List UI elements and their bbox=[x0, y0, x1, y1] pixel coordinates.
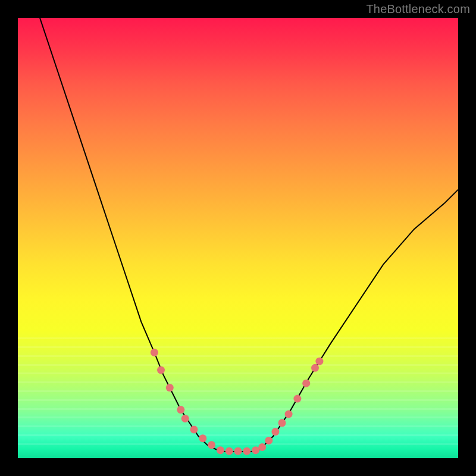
data-dot bbox=[151, 349, 158, 356]
data-dot bbox=[181, 415, 189, 422]
bottleneck-curve bbox=[40, 18, 458, 452]
data-dot bbox=[285, 411, 293, 418]
watermark-text: TheBottleneck.com bbox=[366, 2, 470, 16]
data-dot bbox=[278, 419, 286, 427]
data-dot bbox=[208, 441, 215, 449]
data-dot bbox=[315, 358, 323, 365]
plot-area bbox=[18, 18, 458, 458]
data-dot bbox=[258, 443, 266, 451]
data-dot bbox=[199, 434, 206, 442]
data-dot bbox=[177, 406, 184, 414]
outer-frame: TheBottleneck.com bbox=[0, 0, 476, 476]
data-dot bbox=[252, 446, 259, 454]
data-dot bbox=[226, 447, 233, 455]
data-dot bbox=[311, 364, 319, 372]
data-dot bbox=[157, 367, 165, 374]
data-dot bbox=[234, 447, 242, 455]
curve-svg bbox=[18, 18, 458, 458]
data-dot bbox=[265, 437, 273, 444]
data-dot bbox=[166, 384, 174, 392]
data-dot bbox=[243, 447, 250, 455]
data-dot bbox=[302, 380, 310, 387]
data-dot bbox=[293, 395, 301, 403]
data-dot bbox=[217, 446, 224, 454]
data-dot bbox=[190, 425, 198, 433]
data-dot bbox=[271, 428, 279, 436]
